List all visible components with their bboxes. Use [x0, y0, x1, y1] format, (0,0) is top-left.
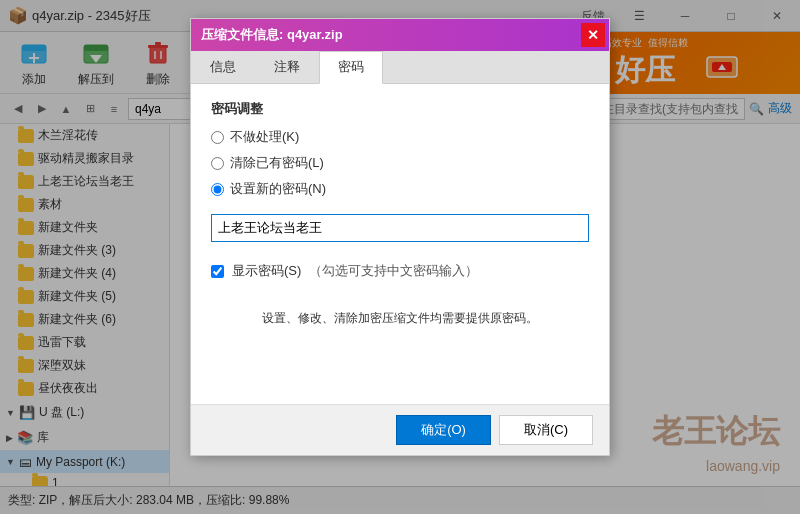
radio-set-label: 设置新的密码(N): [230, 180, 326, 198]
modal-close-btn[interactable]: ✕: [581, 23, 605, 47]
show-password-row: 显示密码(S) （勾选可支持中文密码输入）: [211, 262, 589, 280]
radio-group: 不做处理(K) 清除已有密码(L) 设置新的密码(N): [211, 128, 589, 198]
cancel-btn[interactable]: 取消(C): [499, 415, 593, 445]
hint-text: 设置、修改、清除加密压缩文件均需要提供原密码。: [211, 310, 589, 327]
radio-set-input[interactable]: [211, 183, 224, 196]
radio-clear-label: 清除已有密码(L): [230, 154, 324, 172]
radio-clear[interactable]: 清除已有密码(L): [211, 154, 589, 172]
show-password-label: 显示密码(S): [232, 262, 301, 280]
modal-footer: 确定(O) 取消(C): [191, 404, 609, 455]
show-password-hint: （勾选可支持中文密码输入）: [309, 262, 478, 280]
modal-tabs: 信息 注释 密码: [191, 51, 609, 84]
radio-none-label: 不做处理(K): [230, 128, 299, 146]
main-window: 📦 q4yar.zip - 2345好压 反馈 ☰ ─ □ ✕ 添加: [0, 0, 800, 514]
modal-body: 密码调整 不做处理(K) 清除已有密码(L) 设置新的密码(N): [191, 84, 609, 404]
radio-none[interactable]: 不做处理(K): [211, 128, 589, 146]
tab-info[interactable]: 信息: [191, 51, 255, 83]
radio-clear-input[interactable]: [211, 157, 224, 170]
show-password-checkbox[interactable]: [211, 265, 224, 278]
modal-title: 压缩文件信息: q4yar.zip: [201, 26, 343, 44]
confirm-btn[interactable]: 确定(O): [396, 415, 491, 445]
tab-password[interactable]: 密码: [319, 51, 383, 84]
tab-comment[interactable]: 注释: [255, 51, 319, 83]
section-title: 密码调整: [211, 100, 589, 118]
modal-overlay: 压缩文件信息: q4yar.zip ✕ 信息 注释 密码 密码调整 不做处理(K…: [0, 0, 800, 514]
radio-none-input[interactable]: [211, 131, 224, 144]
modal-title-bar: 压缩文件信息: q4yar.zip ✕: [191, 19, 609, 51]
radio-set[interactable]: 设置新的密码(N): [211, 180, 589, 198]
password-input[interactable]: [211, 214, 589, 242]
modal-dialog: 压缩文件信息: q4yar.zip ✕ 信息 注释 密码 密码调整 不做处理(K…: [190, 18, 610, 456]
